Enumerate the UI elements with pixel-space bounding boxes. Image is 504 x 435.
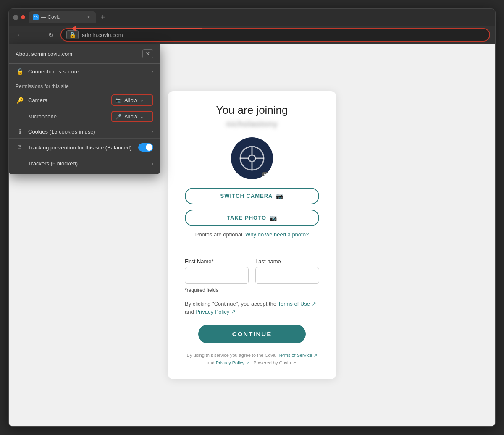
switch-camera-label: SWITCH CAMERA (220, 193, 273, 199)
microphone-dropdown[interactable]: 🎤 Allow ⌄ (111, 111, 153, 122)
permissions-header: Permissions for this site (9, 79, 160, 92)
tracking-toggle[interactable] (138, 143, 153, 152)
tab-favicon: co (33, 14, 39, 20)
window-controls (13, 15, 25, 20)
nav-bar: ← → ↻ 🔒 admin.coviu.com (9, 26, 495, 44)
cookies-row[interactable]: ℹ Cookies (15 cookies in use) › (9, 125, 160, 139)
join-name: nicholastony (185, 119, 319, 129)
browser-window: co — Coviu ✕ + ← → ↻ 🔒 admin.coviu.com A… (8, 8, 496, 427)
cookies-label: Cookies (15 cookies in use) (28, 128, 147, 135)
popup-header: About admin.coviu.com ✕ (9, 44, 160, 64)
connection-label: Connection is secure (28, 68, 147, 75)
camera-label: Camera (28, 97, 107, 103)
connection-row[interactable]: 🔒 Connection is secure › (9, 64, 160, 79)
camera-allow-text: Allow (124, 97, 137, 103)
tab-bar: co — Coviu ✕ + (29, 11, 491, 23)
record-indicator (21, 15, 25, 19)
reload-button[interactable]: ↻ (46, 29, 56, 41)
title-bar: co — Coviu ✕ + (9, 9, 495, 26)
footer-privacy-link[interactable]: Privacy Policy ↗ (216, 360, 250, 365)
svg-point-1 (249, 155, 255, 162)
lock-icon: 🔒 (66, 30, 79, 39)
first-name-group: First Name* (185, 258, 249, 284)
connection-arrow-icon: › (152, 68, 153, 74)
lock-small-icon: 🔒 (16, 68, 24, 75)
tab-close-button[interactable]: ✕ (86, 14, 92, 20)
footer-terms-link[interactable]: Terms of Service ↗ (278, 353, 317, 358)
camera-icon: 📷 (116, 97, 122, 103)
address-text: admin.coviu.com (82, 32, 484, 38)
tracking-row[interactable]: 🖥 Tracking prevention for this site (Bal… (9, 139, 160, 156)
trackers-label: Trackers (5 blocked) (28, 160, 147, 167)
microphone-dropdown-arrow-icon: ⌄ (140, 114, 144, 119)
tracking-label: Tracking prevention for this site (Balan… (28, 144, 134, 151)
browser-tab[interactable]: co — Coviu ✕ (29, 11, 96, 23)
name-form-row: First Name* Last name (185, 258, 319, 284)
join-card: You are joining nicholastony HD (168, 91, 336, 379)
sidebar-toggle-button[interactable] (13, 15, 18, 20)
why-photo-link[interactable]: Why do we need a photo? (245, 231, 309, 238)
microphone-icon: 🎤 (116, 114, 122, 120)
key-icon: 🔑 (16, 97, 24, 104)
camera-dropdown-arrow-icon: ⌄ (140, 97, 144, 103)
join-title: You are joining (185, 104, 319, 117)
privacy-policy-link[interactable]: Privacy Policy ↗ (195, 309, 236, 315)
tab-title: — Coviu (41, 14, 83, 20)
blurred-name: nicholastony (226, 119, 278, 128)
cookies-arrow-icon: › (152, 128, 153, 134)
take-photo-button[interactable]: TAKE PHOTO 📷 (185, 210, 319, 226)
trackers-arrow-icon: › (152, 161, 153, 167)
site-info-popup: About admin.coviu.com ✕ 🔒 Connection is … (9, 44, 160, 174)
required-note: *required fields (185, 287, 319, 293)
take-photo-icon: 📷 (270, 215, 277, 221)
camera-dropdown[interactable]: 📷 Allow ⌄ (111, 94, 153, 106)
browser-content: About admin.coviu.com ✕ 🔒 Connection is … (9, 44, 495, 426)
popup-close-button[interactable]: ✕ (142, 49, 153, 58)
switch-camera-button[interactable]: SWITCH CAMERA 📷 (185, 188, 319, 204)
divider (168, 248, 336, 248)
first-name-input[interactable] (185, 267, 249, 284)
address-bar[interactable]: 🔒 admin.coviu.com (60, 28, 490, 42)
permissions-section: Permissions for this site 🔑 Camera 📷 All… (9, 79, 160, 139)
forward-button[interactable]: → (30, 29, 42, 40)
avatar-icon (239, 146, 265, 171)
last-name-label: Last name (255, 258, 319, 265)
avatar-badge: HD (262, 172, 271, 178)
terms-of-use-link[interactable]: Terms of Use ↗ (278, 301, 316, 307)
terms-text: By clicking "Continue", you accept the T… (185, 300, 319, 316)
avatar: HD (231, 137, 273, 179)
info-icon: ℹ (16, 128, 24, 135)
trackers-row[interactable]: Trackers (5 blocked) › (9, 156, 160, 171)
first-name-label: First Name* (185, 258, 249, 265)
last-name-input[interactable] (255, 267, 319, 284)
back-button[interactable]: ← (14, 29, 26, 40)
new-tab-button[interactable]: + (98, 13, 108, 22)
annotation-arrow (76, 28, 202, 29)
popup-title: About admin.coviu.com (16, 51, 72, 57)
connection-section: 🔒 Connection is secure › (9, 64, 160, 79)
last-name-group: Last name (255, 258, 319, 284)
microphone-row: Microphone 🎤 Allow ⌄ (9, 108, 160, 125)
camera-row: 🔑 Camera 📷 Allow ⌄ (9, 92, 160, 108)
microphone-label: Microphone (28, 113, 107, 120)
microphone-allow-text: Allow (124, 113, 137, 120)
continue-button[interactable]: CONTINUE (198, 325, 306, 343)
take-photo-label: TAKE PHOTO (227, 215, 266, 221)
footer-text: By using this service you agree to the C… (185, 352, 319, 367)
camera-btn-icon: 📷 (276, 193, 284, 199)
tracking-icon: 🖥 (16, 144, 24, 151)
photos-optional: Photos are optional. Why do we need a ph… (185, 231, 319, 238)
